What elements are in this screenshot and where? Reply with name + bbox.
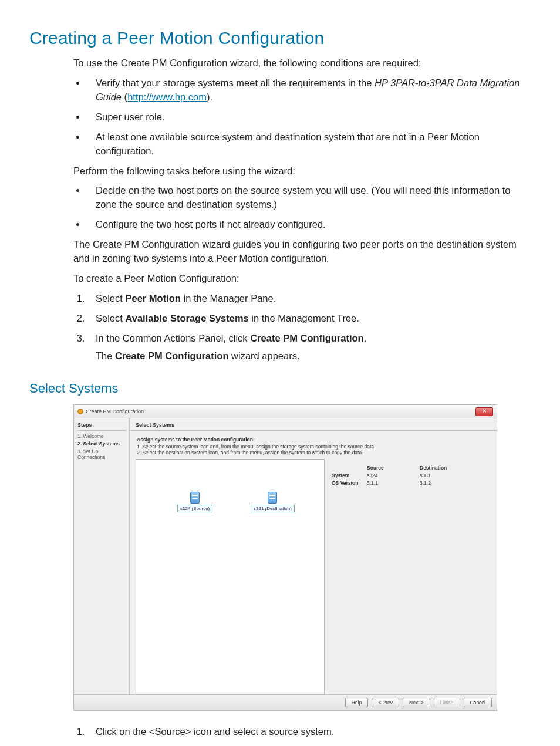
col-header-destination: Destination xyxy=(420,465,473,471)
text: ( xyxy=(122,92,127,102)
finish-button: Finish xyxy=(434,698,460,707)
instr-line: 1. Select the source system icon and, fr… xyxy=(137,444,375,450)
prep-list: Decide on the two host ports on the sour… xyxy=(73,184,531,232)
prev-button[interactable]: < Prev xyxy=(372,698,399,707)
wizard-titlebar: Create PM Configuration ✕ xyxy=(74,405,497,418)
text: in the Management Tree. xyxy=(249,313,359,323)
prereq-item: Super user role. xyxy=(86,110,531,124)
text: Select xyxy=(96,313,125,323)
post-wizard-steps: Click on the <Source> icon and select a … xyxy=(73,725,531,746)
body-text: Perform the following tasks before using… xyxy=(73,164,531,178)
row-label-system: System xyxy=(332,472,367,478)
cell-system-dest: s381 xyxy=(420,472,473,478)
text-bold: Create PM Configuration xyxy=(250,333,363,343)
next-button[interactable]: Next > xyxy=(403,698,430,707)
prep-item: Decide on the two host ports on the sour… xyxy=(86,184,531,212)
instr-heading: Assign systems to the Peer Motion config… xyxy=(137,437,490,443)
col-header-source: Source xyxy=(367,465,420,471)
text: in the Manager Pane. xyxy=(181,293,276,303)
wizard-step[interactable]: 1. Welcome xyxy=(77,433,126,439)
prereq-item: At least one available source system and… xyxy=(86,130,531,158)
wizard-window: Create PM Configuration ✕ Steps 1. Welco… xyxy=(73,404,497,711)
cell-os-dest: 3.1.2 xyxy=(420,480,473,486)
wizard-steps-pane: Steps 1. Welcome 2. Select Systems 3. Se… xyxy=(74,418,130,694)
help-button[interactable]: Help xyxy=(345,698,368,707)
steps-header: Steps xyxy=(77,422,126,431)
text: Verify that your storage systems meet al… xyxy=(96,77,375,88)
panel-header: Select Systems xyxy=(130,418,497,431)
body-text: To create a Peer Motion Configuration: xyxy=(73,272,531,286)
destination-label: s381 (Destination) xyxy=(251,505,295,512)
prereq-list: Verify that your storage systems meet al… xyxy=(73,76,531,158)
gear-icon xyxy=(77,409,83,414)
source-system-icon[interactable]: s324 (Source) xyxy=(177,492,212,512)
close-button[interactable]: ✕ xyxy=(475,407,493,416)
text: wizard appears. xyxy=(228,350,299,361)
intro-text: To use the Create PM Configuration wizar… xyxy=(73,56,531,70)
procedure-list: Select Peer Motion in the Manager Pane. … xyxy=(73,292,531,363)
step-item: Click on the <Source> icon and select a … xyxy=(87,725,531,739)
page-title: Creating a Peer Motion Configuration xyxy=(29,28,531,48)
text: Select xyxy=(96,293,125,303)
wizard-button-bar: Help < Prev Next > Finish Cancel xyxy=(74,694,497,710)
instr-line: 2. Select the destination system icon, a… xyxy=(137,450,363,455)
text: In the Common Actions Panel, click xyxy=(96,333,250,343)
cell-system-source: s324 xyxy=(367,472,420,478)
section-title: Select Systems xyxy=(29,381,531,396)
wizard-step[interactable]: 3. Set Up Connections xyxy=(77,448,126,460)
row-label-os: OS Version xyxy=(332,480,367,486)
cancel-button[interactable]: Cancel xyxy=(464,698,492,707)
storage-icon xyxy=(190,492,200,504)
system-canvas[interactable]: s324 (Source) s381 (Destination) xyxy=(136,459,325,694)
prep-item: Configure the two host ports if not alre… xyxy=(86,218,531,232)
storage-icon xyxy=(268,492,277,504)
text: . xyxy=(364,333,367,343)
wizard-step-active[interactable]: 2. Select Systems xyxy=(77,441,126,447)
cell-os-source: 3.1.1 xyxy=(367,480,420,486)
panel-instructions: Assign systems to the Peer Motion config… xyxy=(130,431,497,459)
text-bold: Create PM Configuration xyxy=(115,350,228,361)
hp-link[interactable]: http://www.hp.com xyxy=(127,92,207,102)
text-bold: Available Storage Systems xyxy=(125,313,248,323)
body-text: The Create PM Configuration wizard guide… xyxy=(73,238,531,266)
source-label: s324 (Source) xyxy=(177,505,212,512)
procedure-step: In the Common Actions Panel, click Creat… xyxy=(87,332,531,363)
text-bold: Peer Motion xyxy=(125,293,180,303)
window-title: Create PM Configuration xyxy=(86,409,144,414)
text: ). xyxy=(207,92,212,102)
destination-system-icon[interactable]: s381 (Destination) xyxy=(251,492,295,512)
procedure-step: Select Peer Motion in the Manager Pane. xyxy=(87,292,531,306)
prereq-item: Verify that your storage systems meet al… xyxy=(86,76,531,104)
procedure-step: Select Available Storage Systems in the … xyxy=(87,312,531,326)
text: The xyxy=(96,350,115,361)
system-info-pane: Source Destination System s324 s381 OS V… xyxy=(325,459,497,694)
